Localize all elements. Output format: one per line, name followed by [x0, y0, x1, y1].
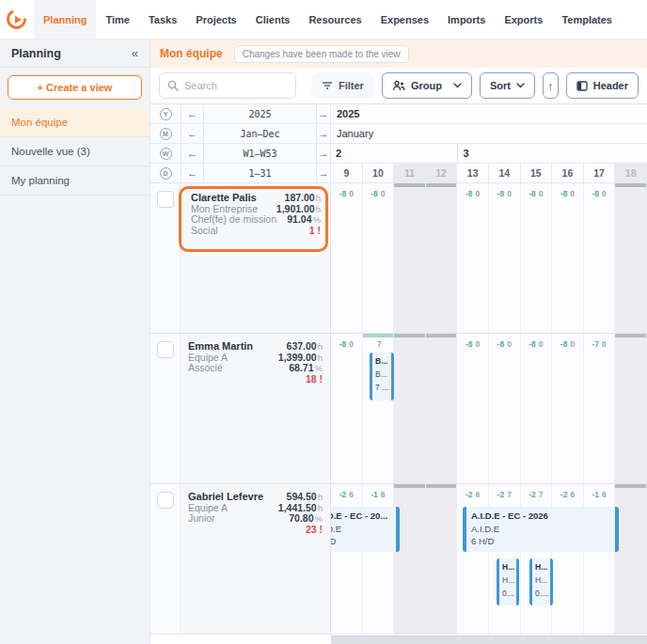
row-checkbox[interactable] — [157, 191, 174, 208]
next-month-arrow[interactable]: → — [316, 124, 331, 143]
weekend-cap — [615, 484, 646, 488]
next-year-arrow[interactable]: → — [316, 104, 331, 123]
day-header-cell[interactable]: 14 — [489, 164, 521, 182]
sidebar-view-item[interactable]: My planning — [0, 166, 150, 196]
planned-hours: 6 — [476, 490, 481, 499]
capacity-cap — [363, 334, 394, 338]
nav-tab-tasks[interactable]: Tasks — [139, 0, 186, 39]
task-card-line: 0.... — [535, 587, 548, 600]
timeline-week-row: W ← W1–W53 → 23 — [150, 144, 647, 164]
day-cell[interactable]: -80 — [331, 334, 363, 483]
week-segment[interactable]: 2 — [331, 144, 457, 163]
filter-button[interactable]: Filter — [311, 72, 374, 99]
nav-tab-projects[interactable]: Projects — [186, 0, 245, 39]
group-button[interactable]: Group — [382, 72, 472, 99]
day-cell[interactable] — [426, 334, 458, 483]
next-week-arrow[interactable]: → — [316, 144, 331, 163]
month-range-label[interactable]: Jan–Dec — [203, 124, 316, 143]
day-header-cell[interactable]: 18 — [615, 164, 647, 182]
row-checkbox[interactable] — [157, 341, 174, 358]
day-header-cell[interactable]: 11 — [394, 164, 426, 182]
day-cell[interactable]: -80 — [363, 183, 395, 333]
nav-tab-expenses[interactable]: Expenses — [371, 0, 438, 39]
sidebar-view-item[interactable]: Mon équipe — [0, 108, 150, 137]
day-header-cell[interactable]: 10 — [363, 164, 395, 182]
create-view-button[interactable]: + Create a view — [8, 75, 142, 100]
day-header-cell[interactable]: 12 — [426, 164, 458, 182]
day-cell[interactable] — [615, 334, 647, 483]
next-day-arrow[interactable]: → — [316, 164, 331, 182]
day-header-cell[interactable]: 9 — [331, 164, 363, 182]
day-cell[interactable] — [426, 484, 458, 634]
prev-day-arrow[interactable]: ← — [181, 164, 203, 182]
task-card[interactable]: H...H...0.... — [497, 558, 519, 605]
nav-tab-planning[interactable]: Planning — [34, 0, 96, 39]
day-cell[interactable] — [394, 183, 426, 333]
resource-card[interactable]: Clarette Palis187.00hMon Entreprise1,901… — [181, 183, 331, 333]
day-cell[interactable] — [615, 183, 647, 333]
day-cell[interactable]: -80 — [552, 183, 584, 333]
nav-tab-exports[interactable]: Exports — [495, 0, 552, 39]
planning-grid: Y ← 2025 → 2025 M ← Jan–Dec → January W — [150, 104, 647, 644]
day-cell[interactable]: -80 — [457, 183, 489, 333]
day-header-cell[interactable]: 13 — [457, 164, 489, 182]
task-card[interactable]: H...H...0.... — [529, 558, 553, 605]
day-cell[interactable] — [615, 484, 647, 634]
day-cell[interactable]: -80 — [521, 183, 553, 333]
planned-hours: 0 — [602, 189, 607, 198]
sort-direction-button[interactable]: ↑ — [543, 72, 559, 99]
weekend-cap — [615, 334, 646, 338]
day-cell[interactable]: -80 — [489, 183, 521, 333]
nav-tab-imports[interactable]: Imports — [438, 0, 495, 39]
day-cell[interactable] — [394, 334, 426, 483]
day-scale-icon[interactable]: D — [160, 167, 172, 180]
month-scale-icon[interactable]: M — [160, 128, 172, 140]
day-cell[interactable] — [426, 183, 458, 333]
week-segment[interactable]: 3 — [457, 144, 647, 163]
prev-year-arrow[interactable]: ← — [181, 104, 203, 123]
resource-card[interactable]: Emma Martin637.00hEquipe A1,399.00hAssoc… — [181, 334, 331, 483]
day-cell[interactable]: -70 — [584, 334, 616, 483]
week-range-label[interactable]: W1–W53 — [203, 144, 316, 163]
prev-month-arrow[interactable]: ← — [181, 124, 203, 143]
day-cell[interactable]: -80 — [489, 334, 521, 483]
horizontal-scrollbar[interactable] — [331, 636, 647, 644]
year-range-label[interactable]: 2025 — [203, 104, 316, 123]
remaining-hours: -8 — [529, 339, 536, 349]
search-box[interactable] — [159, 72, 296, 99]
resource-name: Emma Martin — [188, 341, 253, 353]
search-input[interactable] — [184, 80, 288, 91]
resource-metric: 70.80% — [289, 513, 323, 525]
day-cell[interactable]: -80 — [457, 334, 489, 483]
day-range-label[interactable]: 1–31 — [203, 164, 316, 182]
nav-tab-templates[interactable]: Templates — [552, 0, 622, 39]
nav-tab-resources[interactable]: Resources — [299, 0, 371, 39]
cell-values: -16 — [584, 484, 615, 499]
day-cell[interactable] — [394, 484, 426, 634]
header-button[interactable]: Header — [566, 72, 639, 99]
day-cell[interactable]: -80 — [552, 334, 584, 483]
row-checkbox[interactable] — [157, 492, 174, 509]
planned-hours: 6 — [602, 490, 607, 499]
task-card[interactable]: B...B...7 ... — [370, 353, 394, 401]
app-logo-icon[interactable] — [0, 0, 34, 39]
cell-values: -26 — [457, 484, 488, 499]
resource-card[interactable]: Gabriel Lefevre594.50hEquipe A1,441.50hJ… — [181, 484, 331, 634]
resource-name: Clarette Palis — [191, 193, 257, 204]
sort-button[interactable]: Sort — [480, 72, 535, 99]
day-header-cell[interactable]: 16 — [552, 164, 584, 182]
day-cell[interactable]: -80 — [521, 334, 553, 483]
task-card[interactable]: A.I.D.E - EC - 2026A.I.D.E6 H/D — [463, 507, 619, 552]
prev-week-arrow[interactable]: ← — [181, 144, 203, 163]
nav-tab-time[interactable]: Time — [96, 0, 138, 39]
year-scale-icon[interactable]: Y — [160, 108, 172, 120]
collapse-sidebar-icon[interactable]: « — [132, 46, 138, 60]
day-header-cell[interactable]: 17 — [584, 164, 616, 182]
day-cell[interactable]: -80 — [331, 183, 363, 333]
task-card[interactable]: A.I.D.E - EC - 20...A.I.D.E6 H/D — [331, 507, 400, 552]
day-header-cell[interactable]: 15 — [521, 164, 553, 182]
sidebar-view-item[interactable]: Nouvelle vue (3) — [0, 137, 150, 166]
day-cell[interactable]: -80 — [584, 183, 616, 333]
nav-tab-clients[interactable]: Clients — [246, 0, 300, 39]
week-scale-icon[interactable]: W — [160, 148, 172, 160]
